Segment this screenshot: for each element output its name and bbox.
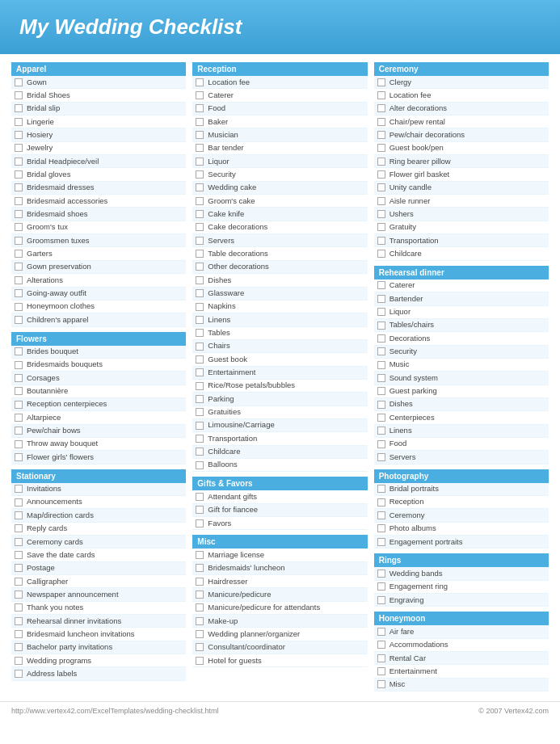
checkbox[interactable] (196, 91, 204, 99)
checkbox[interactable] (196, 303, 204, 311)
checkbox[interactable] (196, 118, 204, 126)
checkbox[interactable] (15, 250, 23, 258)
checkbox[interactable] (377, 680, 385, 688)
checkbox[interactable] (377, 295, 385, 303)
checkbox[interactable] (196, 603, 204, 612)
checkbox[interactable] (196, 263, 204, 271)
checkbox[interactable] (15, 524, 23, 532)
checkbox[interactable] (15, 578, 23, 586)
checkbox[interactable] (15, 91, 23, 99)
checkbox[interactable] (377, 511, 385, 519)
checkbox[interactable] (15, 237, 23, 245)
checkbox[interactable] (196, 316, 204, 324)
checkbox[interactable] (377, 237, 385, 245)
checkbox[interactable] (377, 281, 385, 289)
checkbox[interactable] (377, 387, 385, 395)
checkbox[interactable] (377, 667, 385, 675)
checkbox[interactable] (196, 551, 204, 559)
checkbox[interactable] (377, 118, 385, 126)
checkbox[interactable] (377, 158, 385, 166)
checkbox[interactable] (15, 453, 23, 461)
checkbox[interactable] (15, 144, 23, 152)
checkbox[interactable] (377, 361, 385, 369)
checkbox[interactable] (15, 303, 23, 311)
checkbox[interactable] (15, 118, 23, 126)
checkbox[interactable] (377, 440, 385, 448)
checkbox[interactable] (377, 538, 385, 546)
checkbox[interactable] (196, 408, 204, 416)
checkbox[interactable] (196, 506, 204, 514)
checkbox[interactable] (377, 427, 385, 435)
checkbox[interactable] (196, 131, 204, 139)
checkbox[interactable] (377, 485, 385, 493)
checkbox[interactable] (196, 355, 204, 364)
checkbox[interactable] (196, 197, 204, 205)
checkbox[interactable] (377, 78, 385, 86)
checkbox[interactable] (196, 343, 204, 351)
checkbox[interactable] (196, 78, 204, 86)
checkbox[interactable] (196, 564, 204, 572)
checkbox[interactable] (196, 223, 204, 231)
checkbox[interactable] (196, 144, 204, 152)
checkbox[interactable] (196, 158, 204, 166)
checkbox[interactable] (15, 197, 23, 205)
checkbox[interactable] (196, 210, 204, 218)
checkbox[interactable] (377, 210, 385, 218)
checkbox[interactable] (15, 347, 23, 355)
checkbox[interactable] (377, 183, 385, 191)
checkbox[interactable] (15, 617, 23, 625)
checkbox[interactable] (15, 485, 23, 493)
checkbox[interactable] (196, 329, 204, 337)
checkbox[interactable] (377, 498, 385, 507)
checkbox[interactable] (15, 511, 23, 519)
checkbox[interactable] (196, 643, 204, 651)
checkbox[interactable] (377, 144, 385, 152)
checkbox[interactable] (15, 170, 23, 179)
checkbox[interactable] (15, 104, 23, 112)
checkbox[interactable] (377, 250, 385, 258)
checkbox[interactable] (377, 374, 385, 382)
checkbox[interactable] (196, 276, 204, 284)
checkbox[interactable] (377, 453, 385, 461)
checkbox[interactable] (15, 78, 23, 86)
checkbox[interactable] (377, 401, 385, 409)
checkbox[interactable] (15, 564, 23, 572)
checkbox[interactable] (196, 104, 204, 112)
checkbox[interactable] (15, 414, 23, 422)
checkbox[interactable] (15, 551, 23, 559)
checkbox[interactable] (377, 131, 385, 139)
checkbox[interactable] (377, 308, 385, 316)
checkbox[interactable] (377, 524, 385, 532)
checkbox[interactable] (15, 387, 23, 395)
checkbox[interactable] (15, 498, 23, 507)
checkbox[interactable] (377, 628, 385, 636)
checkbox[interactable] (15, 538, 23, 546)
checkbox[interactable] (15, 603, 23, 612)
checkbox[interactable] (196, 289, 204, 297)
checkbox[interactable] (196, 435, 204, 443)
checkbox[interactable] (15, 643, 23, 651)
checkbox[interactable] (196, 578, 204, 586)
checkbox[interactable] (15, 289, 23, 297)
checkbox[interactable] (377, 334, 385, 343)
checkbox[interactable] (196, 422, 204, 430)
checkbox[interactable] (196, 170, 204, 179)
checkbox[interactable] (15, 361, 23, 369)
checkbox[interactable] (377, 223, 385, 231)
checkbox[interactable] (377, 570, 385, 578)
checkbox[interactable] (377, 596, 385, 604)
checkbox[interactable] (15, 263, 23, 271)
checkbox[interactable] (15, 158, 23, 166)
checkbox[interactable] (15, 401, 23, 409)
checkbox[interactable] (15, 440, 23, 448)
checkbox[interactable] (15, 591, 23, 599)
checkbox[interactable] (196, 382, 204, 390)
checkbox[interactable] (196, 617, 204, 625)
checkbox[interactable] (377, 582, 385, 591)
checkbox[interactable] (15, 210, 23, 218)
checkbox[interactable] (15, 223, 23, 231)
checkbox[interactable] (196, 250, 204, 258)
checkbox[interactable] (15, 183, 23, 191)
checkbox[interactable] (196, 657, 204, 665)
checkbox[interactable] (15, 630, 23, 638)
